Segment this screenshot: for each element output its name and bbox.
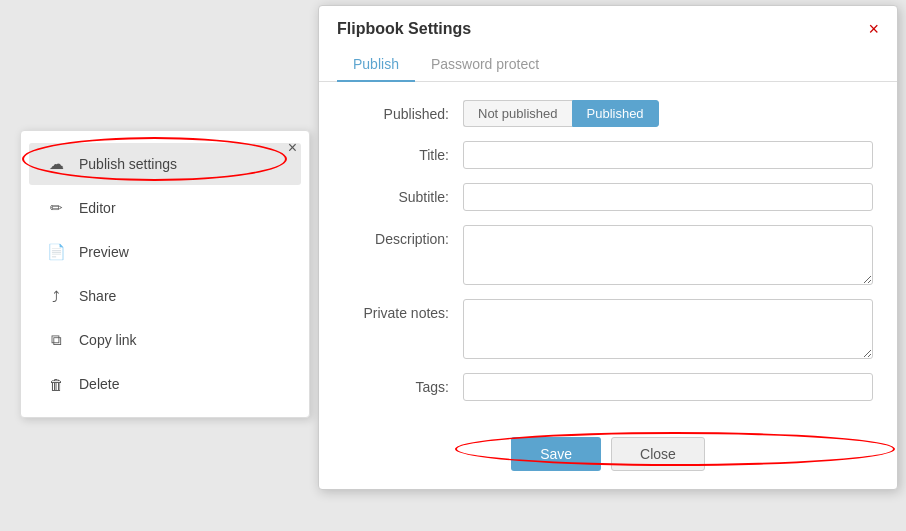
- sidebar-item-label: Delete: [79, 376, 119, 392]
- tab-password-protect[interactable]: Password protect: [415, 48, 555, 82]
- sidebar-item-label: Copy link: [79, 332, 137, 348]
- cloud-icon: ☁: [45, 153, 67, 175]
- modal-body: Published: Not published Published Title…: [319, 82, 897, 433]
- private-notes-textarea[interactable]: [463, 299, 873, 359]
- published-row: Published: Not published Published: [343, 100, 873, 127]
- sidebar: × ☁ Publish settings ✏ Editor 📄 Preview …: [20, 130, 310, 418]
- tab-publish[interactable]: Publish: [337, 48, 415, 82]
- flipbook-settings-modal: Flipbook Settings × Publish Password pro…: [318, 5, 898, 490]
- sidebar-close-button[interactable]: ×: [288, 139, 297, 157]
- sidebar-item-label: Share: [79, 288, 116, 304]
- modal-tabs: Publish Password protect: [319, 48, 897, 82]
- tags-input[interactable]: [463, 373, 873, 401]
- editor-icon: ✏: [45, 197, 67, 219]
- published-toggle: Not published Published: [463, 100, 659, 127]
- modal-title: Flipbook Settings: [337, 20, 471, 38]
- tags-row: Tags:: [343, 373, 873, 401]
- title-label: Title:: [343, 141, 463, 163]
- not-published-button[interactable]: Not published: [463, 100, 572, 127]
- published-button[interactable]: Published: [572, 100, 659, 127]
- sidebar-item-label: Preview: [79, 244, 129, 260]
- sidebar-item-editor[interactable]: ✏ Editor: [29, 187, 301, 229]
- preview-icon: 📄: [45, 241, 67, 263]
- sidebar-item-label: Publish settings: [79, 156, 177, 172]
- description-label: Description:: [343, 225, 463, 247]
- title-row: Title:: [343, 141, 873, 169]
- private-notes-row: Private notes:: [343, 299, 873, 359]
- subtitle-label: Subtitle:: [343, 183, 463, 205]
- modal-close-button[interactable]: ×: [868, 20, 879, 38]
- subtitle-input[interactable]: [463, 183, 873, 211]
- sidebar-item-delete[interactable]: 🗑 Delete: [29, 363, 301, 405]
- copy-link-icon: ⧉: [45, 329, 67, 351]
- published-label: Published:: [343, 100, 463, 122]
- description-textarea[interactable]: [463, 225, 873, 285]
- title-input[interactable]: [463, 141, 873, 169]
- modal-header: Flipbook Settings ×: [319, 6, 897, 38]
- description-row: Description:: [343, 225, 873, 285]
- delete-icon: 🗑: [45, 373, 67, 395]
- sidebar-item-publish-settings[interactable]: ☁ Publish settings: [29, 143, 301, 185]
- tags-label: Tags:: [343, 373, 463, 395]
- share-icon: ⤴: [45, 285, 67, 307]
- modal-footer: Save Close: [319, 433, 897, 489]
- subtitle-row: Subtitle:: [343, 183, 873, 211]
- sidebar-item-copy-link[interactable]: ⧉ Copy link: [29, 319, 301, 361]
- close-button[interactable]: Close: [611, 437, 705, 471]
- save-button[interactable]: Save: [511, 437, 601, 471]
- sidebar-item-label: Editor: [79, 200, 116, 216]
- private-notes-label: Private notes:: [343, 299, 463, 321]
- sidebar-item-preview[interactable]: 📄 Preview: [29, 231, 301, 273]
- sidebar-item-share[interactable]: ⤴ Share: [29, 275, 301, 317]
